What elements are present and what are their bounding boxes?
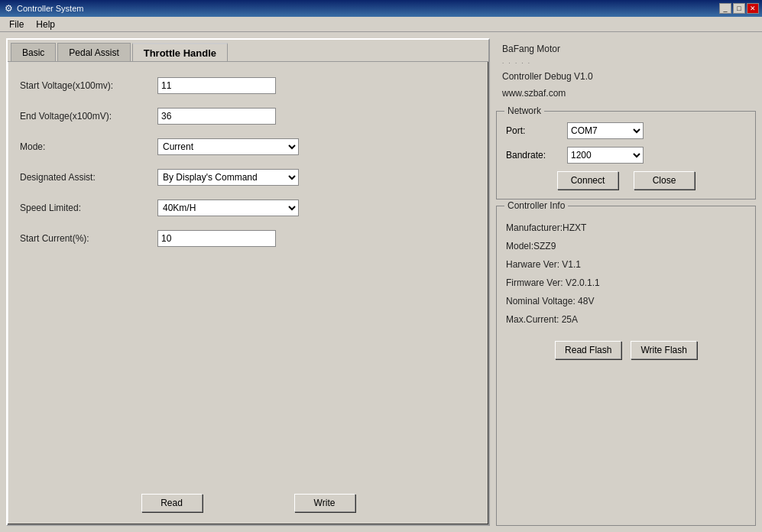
manufacturer-info: Manufacturer:HZXT xyxy=(506,219,746,237)
baudrate-select[interactable]: 12002400 4800960019200 xyxy=(567,147,644,164)
speed-limited-label: Speed Limited: xyxy=(20,203,157,213)
window-controls: _ □ ✕ xyxy=(719,3,759,14)
app-title: Controller System xyxy=(17,4,719,13)
hardware-ver-info: Harware Ver: V1.1 xyxy=(506,255,746,274)
bottom-buttons: Read Write xyxy=(8,486,488,524)
close-button[interactable]: ✕ xyxy=(747,3,759,14)
baudrate-label: Bandrate: xyxy=(506,150,567,161)
menu-help[interactable]: Help xyxy=(30,18,61,31)
tab-content: Start Voltage(x100mv): End Voltage(x100m… xyxy=(8,61,488,486)
designated-assist-select[interactable]: By Display's Command Manual xyxy=(157,169,299,186)
mode-select[interactable]: Current Speed Torque xyxy=(157,138,299,155)
controller-info-title: Controller Info xyxy=(504,200,568,211)
baudrate-row: Bandrate: 12002400 4800960019200 xyxy=(506,147,746,164)
network-group: Network Port: COM1COM2COM3 COM4COM5COM6 … xyxy=(496,111,756,200)
brand-website: www.szbaf.com xyxy=(502,86,750,102)
mode-label: Mode: xyxy=(20,141,157,152)
designated-assist-row: Designated Assist: By Display's Command … xyxy=(20,169,476,186)
menu-bar: File Help xyxy=(0,17,762,32)
mode-row: Mode: Current Speed Torque xyxy=(20,138,476,155)
speed-limited-select[interactable]: 40Km/H 25Km/H 30Km/H xyxy=(157,200,299,216)
app-icon: ⚙ xyxy=(3,3,14,14)
connect-button[interactable]: Connect xyxy=(557,171,618,190)
maximize-button[interactable]: □ xyxy=(733,3,745,14)
write-flash-button[interactable]: Write Flash xyxy=(631,341,696,359)
tab-throttle-handle[interactable]: Throttle Handle xyxy=(132,43,228,61)
port-row: Port: COM1COM2COM3 COM4COM5COM6 COM7COM8 xyxy=(506,122,746,139)
tab-basic[interactable]: Basic xyxy=(11,43,56,61)
start-voltage-row: Start Voltage(x100mv): xyxy=(20,77,476,94)
network-buttons: Connect Close xyxy=(506,171,746,190)
main-content: Basic Pedal Assist Throttle Handle Start… xyxy=(0,32,762,532)
tab-pedal-assist[interactable]: Pedal Assist xyxy=(57,43,130,61)
start-voltage-label: Start Voltage(x100mv): xyxy=(20,80,157,91)
start-current-input[interactable] xyxy=(157,230,276,247)
close-network-button[interactable]: Close xyxy=(634,171,695,190)
right-panel: BaFang Motor · · · · · Controller Debug … xyxy=(496,38,756,526)
menu-file[interactable]: File xyxy=(3,18,30,31)
designated-assist-label: Designated Assist: xyxy=(20,172,157,183)
max-current-info: Max.Current: 25A xyxy=(506,310,746,329)
flash-buttons: Read Flash Write Flash xyxy=(506,335,746,362)
port-label: Port: xyxy=(506,125,567,136)
controller-info-group: Controller Info Manufacturer:HZXT Model:… xyxy=(496,206,756,526)
left-panel: Basic Pedal Assist Throttle Handle Start… xyxy=(6,38,490,526)
read-button[interactable]: Read xyxy=(141,494,203,512)
port-select[interactable]: COM1COM2COM3 COM4COM5COM6 COM7COM8 xyxy=(567,122,644,139)
title-bar: ⚙ Controller System _ □ ✕ xyxy=(0,0,762,17)
speed-limited-row: Speed Limited: 40Km/H 25Km/H 30Km/H xyxy=(20,200,476,216)
write-button[interactable]: Write xyxy=(294,494,355,512)
brand-name: BaFang Motor xyxy=(502,41,750,58)
controller-info-content: Manufacturer:HZXT Model:SZZ9 Harware Ver… xyxy=(506,212,746,335)
end-voltage-label: End Voltage(x100mV): xyxy=(20,111,157,122)
read-flash-button[interactable]: Read Flash xyxy=(555,341,621,359)
network-group-title: Network xyxy=(504,105,544,116)
brand-info: BaFang Motor · · · · · Controller Debug … xyxy=(496,38,756,105)
start-current-label: Start Current(%): xyxy=(20,233,157,244)
model-info: Model:SZZ9 xyxy=(506,237,746,255)
tab-bar: Basic Pedal Assist Throttle Handle xyxy=(8,40,488,61)
nominal-voltage-info: Nominal Voltage: 48V xyxy=(506,292,746,310)
brand-version: Controller Debug V1.0 xyxy=(502,69,750,86)
start-voltage-input[interactable] xyxy=(157,77,276,94)
end-voltage-row: End Voltage(x100mV): xyxy=(20,108,476,125)
end-voltage-input[interactable] xyxy=(157,108,276,125)
minimize-button[interactable]: _ xyxy=(719,3,731,14)
start-current-row: Start Current(%): xyxy=(20,230,476,247)
firmware-ver-info: Firmware Ver: V2.0.1.1 xyxy=(506,274,746,292)
brand-dots: · · · · · xyxy=(502,58,750,69)
